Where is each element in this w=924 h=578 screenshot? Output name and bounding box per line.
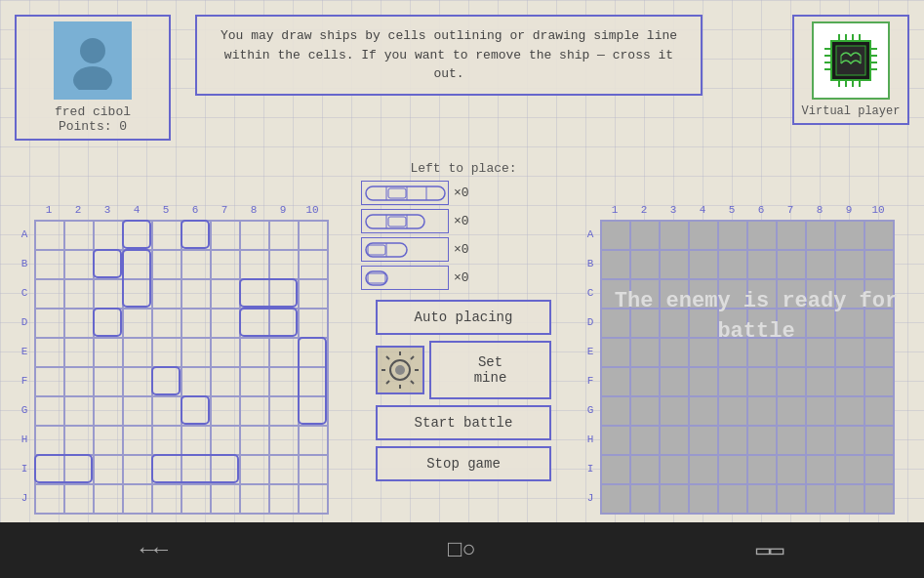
player-cell[interactable] [64,221,94,250]
player-cell[interactable] [94,484,123,514]
player-cell[interactable] [94,279,123,309]
player-cell[interactable] [299,367,328,396]
player-cell[interactable] [181,250,211,279]
player-cell[interactable] [269,426,299,455]
player-cell[interactable] [240,309,269,338]
player-cell[interactable] [152,455,181,484]
player-cell[interactable] [64,279,94,309]
player-cell[interactable] [240,250,269,279]
enemy-cell[interactable] [747,484,777,514]
recents-button[interactable]: ▭ [756,536,784,564]
player-cell[interactable] [299,338,328,367]
player-cell[interactable] [152,221,181,250]
enemy-cell[interactable] [747,426,777,455]
enemy-cell[interactable] [864,455,894,484]
player-cell[interactable] [64,250,94,279]
player-cell[interactable] [269,455,299,484]
player-cell[interactable] [211,309,240,338]
player-cell[interactable] [123,367,152,396]
start-battle-button[interactable]: Start battle [376,405,551,440]
player-cell[interactable] [211,396,240,426]
enemy-cell[interactable] [777,426,806,455]
player-cell[interactable] [94,250,123,279]
player-cell[interactable] [299,484,328,514]
player-cell[interactable] [181,309,211,338]
player-cell[interactable] [211,279,240,309]
player-cell[interactable] [35,338,64,367]
home-button[interactable]: ○ [448,537,476,563]
auto-placing-button[interactable]: Auto placing [376,300,551,335]
enemy-cell[interactable] [718,455,747,484]
player-cell[interactable] [181,455,211,484]
player-cell[interactable] [299,426,328,455]
player-cell[interactable] [299,309,328,338]
player-cell[interactable] [35,279,64,309]
player-cell[interactable] [94,367,123,396]
player-cell[interactable] [240,426,269,455]
player-cell[interactable] [35,484,64,514]
player-grid-cells[interactable] [34,220,329,515]
player-cell[interactable] [64,309,94,338]
player-cell[interactable] [299,250,328,279]
player-cell[interactable] [94,426,123,455]
player-cell[interactable] [152,396,181,426]
player-cell[interactable] [240,338,269,367]
enemy-cell[interactable] [806,484,835,514]
player-cell[interactable] [240,484,269,514]
player-cell[interactable] [299,221,328,250]
enemy-cell[interactable] [689,426,718,455]
player-cell[interactable] [269,396,299,426]
player-cell[interactable] [64,484,94,514]
player-cell[interactable] [123,221,152,250]
player-cell[interactable] [211,338,240,367]
player-cell[interactable] [123,426,152,455]
player-cell[interactable] [269,367,299,396]
enemy-cell[interactable] [660,455,689,484]
player-cell[interactable] [64,367,94,396]
enemy-cell[interactable] [689,484,718,514]
player-cell[interactable] [269,279,299,309]
player-cell[interactable] [211,484,240,514]
enemy-cell[interactable] [660,426,689,455]
player-cell[interactable] [269,338,299,367]
player-cell[interactable] [35,221,64,250]
enemy-cell[interactable] [718,426,747,455]
player-cell[interactable] [64,338,94,367]
player-cell[interactable] [240,396,269,426]
player-cell[interactable] [269,309,299,338]
player-cell[interactable] [240,279,269,309]
player-cell[interactable] [64,455,94,484]
player-cell[interactable] [152,426,181,455]
player-cell[interactable] [35,455,64,484]
enemy-cell[interactable] [835,455,864,484]
enemy-cell[interactable] [601,484,630,514]
enemy-cell[interactable] [806,455,835,484]
player-cell[interactable] [152,279,181,309]
player-cell[interactable] [211,426,240,455]
player-cell[interactable] [123,455,152,484]
player-cell[interactable] [152,250,181,279]
player-cell[interactable] [94,309,123,338]
player-cell[interactable] [240,367,269,396]
player-cell[interactable] [181,396,211,426]
player-cell[interactable] [152,309,181,338]
player-cell[interactable] [181,426,211,455]
enemy-cell[interactable] [835,426,864,455]
player-cell[interactable] [94,455,123,484]
player-cell[interactable] [240,455,269,484]
player-cell[interactable] [123,250,152,279]
enemy-cell[interactable] [806,426,835,455]
player-cell[interactable] [152,484,181,514]
enemy-cell[interactable] [777,455,806,484]
player-cell[interactable] [211,455,240,484]
player-cell[interactable] [35,309,64,338]
player-grid[interactable]: 1 2 3 4 5 6 7 8 9 10 A B C D E F G H I J [15,200,329,515]
player-cell[interactable] [299,455,328,484]
player-cell[interactable] [94,396,123,426]
player-cell[interactable] [240,221,269,250]
player-cell[interactable] [181,338,211,367]
player-cell[interactable] [35,367,64,396]
player-cell[interactable] [269,221,299,250]
player-cell[interactable] [269,250,299,279]
player-cell[interactable] [123,309,152,338]
